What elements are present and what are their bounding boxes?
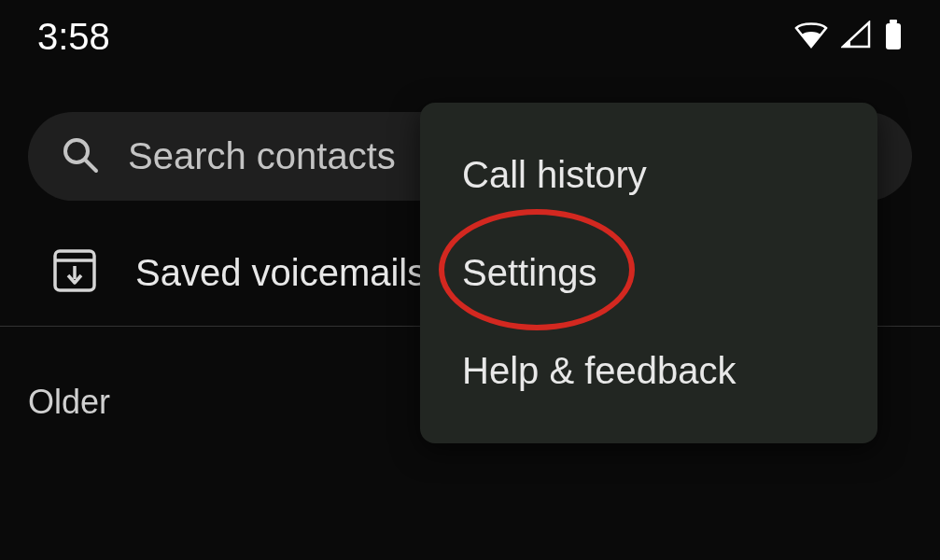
status-bar: 3:58	[0, 0, 940, 65]
menu-item-help-feedback[interactable]: Help & feedback	[420, 322, 877, 420]
menu-item-settings[interactable]: Settings	[420, 224, 877, 322]
menu-item-label: Settings	[462, 252, 597, 293]
search-icon	[61, 135, 100, 178]
svg-rect-1	[886, 23, 901, 49]
svg-line-3	[85, 160, 96, 171]
menu-item-label: Call history	[462, 154, 647, 195]
svg-rect-0	[890, 20, 897, 23]
status-time: 3:58	[37, 16, 110, 58]
overflow-menu: Call history Settings Help & feedback	[420, 103, 877, 443]
search-placeholder: Search contacts	[128, 135, 396, 177]
battery-icon	[884, 20, 903, 53]
status-icons	[794, 20, 903, 53]
voicemail-download-icon	[51, 247, 98, 298]
menu-item-call-history[interactable]: Call history	[420, 126, 877, 224]
signal-icon	[841, 21, 871, 52]
menu-item-label: Help & feedback	[462, 350, 737, 391]
wifi-icon	[794, 21, 828, 52]
